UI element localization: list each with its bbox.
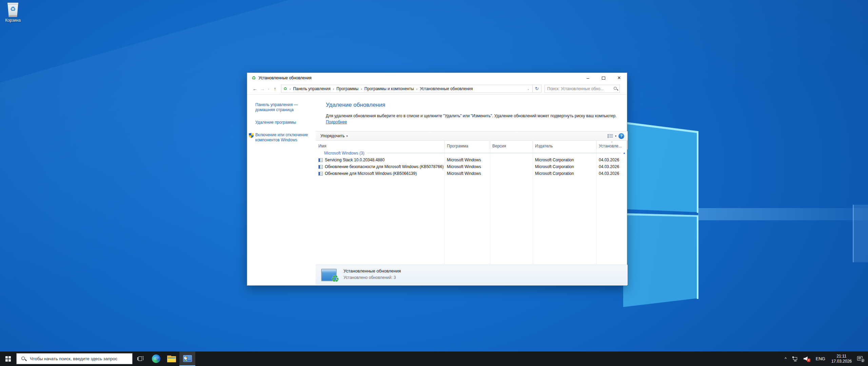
update-item-icon bbox=[318, 158, 323, 162]
installed-updates-icon: ♻ bbox=[321, 269, 337, 281]
close-icon: × bbox=[617, 75, 620, 81]
search-icon[interactable] bbox=[613, 86, 618, 91]
uac-shield-icon bbox=[249, 133, 254, 138]
up-arrow-icon: ↑ bbox=[274, 86, 276, 92]
update-name: Обновление безопасности для Microsoft Wi… bbox=[325, 164, 443, 169]
up-button[interactable]: ↑ bbox=[271, 86, 279, 91]
details-subtitle: Установлено обновлений: 3 bbox=[343, 275, 396, 280]
file-explorer-taskbar-button[interactable] bbox=[164, 351, 179, 366]
refresh-button[interactable]: ↻ bbox=[533, 85, 541, 93]
minimize-icon: – bbox=[587, 75, 589, 81]
recent-pages-button[interactable]: ⌄ bbox=[266, 87, 271, 90]
language-indicator[interactable]: ENG bbox=[812, 356, 829, 361]
sidebar-item-windows-features[interactable]: Включение или отключение компонентов Win… bbox=[255, 133, 310, 143]
column-header-installed-on[interactable]: ∨ Установле... bbox=[596, 141, 628, 149]
chevron-down-icon: ⌄ bbox=[267, 87, 270, 90]
update-arrows-icon: ♻ bbox=[331, 274, 339, 284]
show-hidden-icons-button[interactable]: ^ bbox=[782, 357, 790, 361]
breadcrumb-separator-icon: › bbox=[287, 87, 293, 91]
more-info-link[interactable]: Подробнее bbox=[326, 120, 347, 124]
details-view-icon[interactable] bbox=[608, 134, 613, 138]
notification-count-badge: 2 bbox=[861, 358, 865, 363]
active-app-taskbar-button[interactable] bbox=[179, 351, 195, 366]
update-row[interactable]: Servicing Stack 10.0.20348.4880 Microsof… bbox=[316, 157, 628, 163]
close-button[interactable]: × bbox=[611, 73, 627, 83]
update-item-icon bbox=[318, 165, 323, 169]
task-view-icon bbox=[137, 356, 143, 361]
page-title: Удаление обновления bbox=[326, 102, 385, 108]
page-description: Для удаления обновления выберите его в с… bbox=[326, 114, 623, 118]
update-publisher: Microsoft Corporation bbox=[533, 171, 596, 176]
action-center-button[interactable]: 2 bbox=[857, 356, 864, 362]
group-divider-line bbox=[367, 153, 621, 153]
address-bar[interactable]: ♻ › Панель управления › Программы › Прог… bbox=[281, 85, 533, 93]
organize-button[interactable]: Упорядочить ▾ bbox=[320, 134, 348, 138]
address-dropdown-icon[interactable]: ⌄ bbox=[527, 87, 530, 90]
update-installed-date: 04.03.2026 bbox=[596, 164, 628, 169]
window-body: Панель управления — домашняя страница Уд… bbox=[247, 95, 627, 285]
forward-icon: → bbox=[260, 86, 265, 92]
update-program: Microsoft Windows bbox=[445, 164, 490, 169]
minimize-button[interactable]: – bbox=[580, 73, 596, 83]
window-titlebar[interactable]: ♻ Установленные обновления – × bbox=[247, 73, 627, 83]
updates-app-icon: ♻ bbox=[252, 76, 256, 80]
window-title: Установленные обновления bbox=[259, 76, 312, 80]
forward-button[interactable]: → bbox=[259, 86, 266, 91]
taskbar: Чтобы начать поиск, введите здесь запрос… bbox=[0, 351, 868, 366]
breadcrumb-programs[interactable]: Программы bbox=[336, 86, 358, 91]
edge-icon bbox=[152, 354, 160, 363]
update-row[interactable]: Обновление безопасности для Microsoft Wi… bbox=[316, 163, 628, 170]
main-content: Удаление обновления Для удаления обновле… bbox=[316, 95, 628, 285]
desktop: ♻ Корзина ♻ Установленные обновления – ×… bbox=[0, 0, 868, 366]
column-header-publisher[interactable]: Издатель bbox=[533, 141, 596, 149]
recycle-bin-label: Корзина bbox=[1, 18, 25, 23]
recycle-symbol-icon: ♻ bbox=[7, 6, 19, 12]
recycle-bin-base bbox=[9, 15, 17, 17]
back-icon: ← bbox=[253, 86, 257, 92]
column-header-program[interactable]: Программа bbox=[445, 141, 490, 149]
update-name: Обновление для Microsoft Windows (KB5066… bbox=[325, 171, 417, 176]
column-header-name[interactable]: Имя bbox=[316, 141, 445, 149]
wallpaper-light-band bbox=[698, 208, 868, 220]
edge-taskbar-button[interactable] bbox=[148, 351, 164, 366]
group-header-microsoft-windows[interactable]: Microsoft Windows (3) ▲ bbox=[316, 149, 628, 157]
explorer-search-box[interactable]: Поиск: Установленные обно... bbox=[545, 85, 620, 93]
collapse-group-icon[interactable]: ▲ bbox=[623, 151, 626, 155]
search-icon bbox=[21, 356, 26, 361]
refresh-icon: ↻ bbox=[535, 86, 539, 91]
windows-logo-icon bbox=[5, 356, 11, 362]
sort-indicator-icon: ∨ bbox=[611, 141, 613, 143]
breadcrumb-control-panel[interactable]: Панель управления bbox=[293, 86, 330, 91]
updates-list: Упорядочить ▾ ▾ ? Им bbox=[316, 131, 628, 265]
sidebar-item-control-panel-home[interactable]: Панель управления — домашняя страница bbox=[255, 102, 310, 113]
column-header-version[interactable]: Версия bbox=[490, 141, 533, 149]
recycle-bin-shortcut[interactable]: ♻ Корзина bbox=[1, 3, 25, 23]
sidebar-item-uninstall-program[interactable]: Удаление программы bbox=[255, 120, 310, 125]
task-view-button[interactable] bbox=[133, 351, 148, 366]
update-name: Servicing Stack 10.0.20348.4880 bbox=[325, 158, 384, 162]
maximize-button[interactable] bbox=[596, 73, 611, 83]
breadcrumb-programs-and-features[interactable]: Программы и компоненты bbox=[364, 86, 414, 91]
breadcrumb-separator-icon: › bbox=[358, 87, 364, 91]
installed-updates-window: ♻ Установленные обновления – × ← → ⌄ ↑ ♻… bbox=[247, 73, 627, 286]
column-headers: Имя Программа Версия Издатель ∨ Установл… bbox=[316, 141, 628, 149]
breadcrumb-installed-updates[interactable]: Установленные обновления bbox=[420, 86, 473, 91]
update-row[interactable]: Обновление для Microsoft Windows (KB5066… bbox=[316, 170, 628, 177]
tasks-sidebar: Панель управления — домашняя страница Уд… bbox=[247, 95, 316, 285]
system-tray: ^ × ENG 21:11 17.03.2026 2 bbox=[782, 351, 868, 366]
taskbar-search-box[interactable]: Чтобы начать поиск, введите здесь запрос bbox=[16, 353, 133, 364]
programs-and-features-icon bbox=[183, 355, 192, 362]
volume-tray-button[interactable]: × bbox=[801, 356, 812, 361]
network-tray-button[interactable] bbox=[790, 357, 801, 361]
update-installed-date: 04.03.2026 bbox=[596, 171, 628, 176]
update-publisher: Microsoft Corporation bbox=[533, 158, 596, 162]
caption-buttons: – × bbox=[580, 73, 627, 83]
start-button[interactable] bbox=[0, 351, 16, 366]
taskbar-clock[interactable]: 21:11 17.03.2026 bbox=[829, 354, 854, 364]
help-button[interactable]: ? bbox=[618, 133, 624, 139]
view-options-dropdown-icon[interactable]: ▾ bbox=[615, 135, 616, 138]
address-app-icon: ♻ bbox=[283, 87, 287, 91]
back-button[interactable]: ← bbox=[251, 86, 259, 91]
wallpaper-beam bbox=[0, 0, 868, 61]
taskbar-search-placeholder: Чтобы начать поиск, введите здесь запрос bbox=[30, 356, 117, 361]
